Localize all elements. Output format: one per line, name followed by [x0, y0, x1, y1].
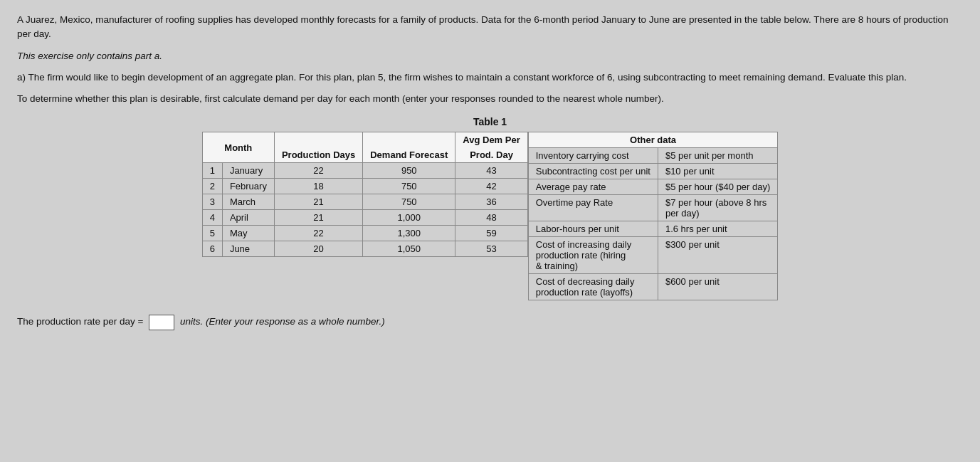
footer-text-after: units. (Enter your response as a whole n…	[180, 316, 385, 327]
prod-day-header: Prod. Day	[455, 147, 527, 163]
other-data-label: Average pay rate	[528, 179, 658, 195]
intro-paragraph4: To determine whether this plan is desira…	[17, 92, 963, 106]
other-data-row: Average pay rate $5 per hour ($40 per da…	[528, 179, 778, 195]
production-rate-input[interactable]	[149, 315, 174, 330]
other-data-value: $300 per unit	[658, 237, 777, 274]
month-header: Month	[202, 132, 274, 163]
table-row: 6 June 20 1,050 53	[202, 241, 527, 257]
other-data-table: Other data Inventory carrying cost $5 pe…	[528, 132, 779, 300]
row-month: June	[222, 241, 274, 257]
row-demand: 1,000	[363, 210, 455, 226]
row-prod-days: 21	[274, 194, 362, 210]
row-num: 4	[202, 210, 222, 226]
other-data-value: 1.6 hrs per unit	[658, 221, 777, 237]
row-num: 5	[202, 226, 222, 241]
row-demand: 750	[363, 194, 455, 210]
row-prod-days: 22	[274, 226, 362, 241]
demand-forecast-header: Demand Forecast	[363, 132, 455, 163]
other-data-label: Cost of increasing dailyproduction rate …	[528, 237, 658, 274]
row-num: 3	[202, 194, 222, 210]
row-month: February	[222, 179, 274, 194]
main-table: Month Production Days Demand Forecast Av…	[202, 132, 528, 257]
row-prod-days: 18	[274, 179, 362, 194]
row-num: 6	[202, 241, 222, 257]
table-row: 3 March 21 750 36	[202, 194, 527, 210]
row-avg: 42	[455, 179, 527, 194]
row-demand: 1,050	[363, 241, 455, 257]
other-data-value: $10 per unit	[658, 164, 777, 179]
row-prod-days: 20	[274, 241, 362, 257]
row-avg: 53	[455, 241, 527, 257]
row-avg: 59	[455, 226, 527, 241]
other-data-label: Inventory carrying cost	[528, 148, 658, 164]
other-data-label: Labor-hours per unit	[528, 221, 658, 237]
table-row: 2 February 18 750 42	[202, 179, 527, 194]
table-row: 1 January 22 950 43	[202, 163, 527, 179]
row-demand: 1,300	[363, 226, 455, 241]
other-data-value: $5 per hour ($40 per day)	[658, 179, 777, 195]
row-demand: 750	[363, 179, 455, 194]
other-data-label: Cost of decreasing dailyproduction rate …	[528, 274, 658, 300]
row-month: January	[222, 163, 274, 179]
other-data-value: $600 per unit	[658, 274, 777, 300]
other-data-value: $5 per unit per month	[658, 148, 777, 164]
other-data-row: Cost of increasing dailyproduction rate …	[528, 237, 778, 274]
other-data-label: Subcontracting cost per unit	[528, 164, 658, 179]
row-avg: 36	[455, 194, 527, 210]
table-row: 5 May 22 1,300 59	[202, 226, 527, 241]
row-month: March	[222, 194, 274, 210]
other-data-row: Labor-hours per unit 1.6 hrs per unit	[528, 221, 778, 237]
footer-section: The production rate per day = units. (En…	[17, 313, 963, 330]
other-data-row: Subcontracting cost per unit $10 per uni…	[528, 164, 778, 179]
other-data-label: Overtime pay Rate	[528, 195, 658, 221]
footer-text-before: The production rate per day =	[17, 316, 143, 327]
row-month: April	[222, 210, 274, 226]
other-data-row: Overtime pay Rate $7 per hour (above 8 h…	[528, 195, 778, 221]
intro-paragraph3: a) The firm would like to begin developm…	[17, 70, 963, 85]
row-prod-days: 21	[274, 210, 362, 226]
intro-paragraph2: This exercise only contains part a.	[17, 49, 963, 63]
other-data-header: Other data	[528, 132, 778, 148]
table-row: 4 April 21 1,000 48	[202, 210, 527, 226]
row-avg: 48	[455, 210, 527, 226]
row-demand: 950	[363, 163, 455, 179]
row-num: 1	[202, 163, 222, 179]
row-month: May	[222, 226, 274, 241]
other-data-row: Cost of decreasing dailyproduction rate …	[528, 274, 778, 300]
prod-days-header: Production Days	[274, 132, 362, 163]
row-avg: 43	[455, 163, 527, 179]
other-data-row: Inventory carrying cost $5 per unit per …	[528, 148, 778, 164]
avg-dem-per-header: Avg Dem Per	[455, 132, 527, 148]
row-num: 2	[202, 179, 222, 194]
row-prod-days: 22	[274, 163, 362, 179]
other-data-value: $7 per hour (above 8 hrsper day)	[658, 195, 777, 221]
table-title: Table 1	[473, 116, 507, 127]
intro-paragraph1: A Juarez, Mexico, manufacturer of roofin…	[17, 13, 963, 42]
